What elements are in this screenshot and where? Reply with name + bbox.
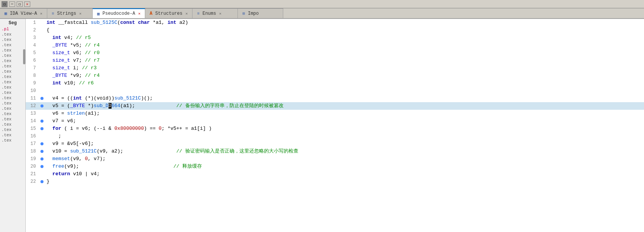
line-number-21: 21 bbox=[26, 170, 39, 178]
tab-enums-close[interactable]: ✕ bbox=[217, 11, 223, 16]
code-text-16: ; bbox=[45, 132, 644, 140]
sidebar-item-16[interactable]: .tex bbox=[0, 111, 25, 117]
bullet-13 bbox=[39, 110, 45, 117]
code-line-22: 22 } bbox=[26, 178, 644, 185]
tab-imports[interactable]: ⊞ Impo bbox=[238, 8, 283, 18]
sidebar-item-5[interactable]: .tex bbox=[0, 53, 25, 58]
sidebar-item-21[interactable]: .tex bbox=[0, 138, 25, 143]
code-line-1: 1 int __fastcall sub_5125C(const char *a… bbox=[26, 19, 644, 26]
sidebar-item-4[interactable]: .tex bbox=[0, 48, 25, 53]
code-line-19: 19 memset(v9, 0, v7); bbox=[26, 155, 644, 163]
code-text-1: int __fastcall sub_5125C(const char *a1,… bbox=[45, 19, 644, 26]
code-text-9: int v10; // r6 bbox=[45, 79, 644, 87]
tab-strings-label: Strings bbox=[57, 11, 76, 16]
code-text-20: free(v9); // 释放缓存 bbox=[45, 163, 644, 170]
sidebar-item-14[interactable]: .tex bbox=[0, 101, 25, 106]
code-line-8: 8 _BYTE *v9; // r4 bbox=[26, 72, 644, 79]
minimize-button[interactable]: — bbox=[9, 2, 15, 7]
sidebar-item-19[interactable]: .tex bbox=[0, 127, 25, 132]
bullet-19 bbox=[39, 155, 45, 163]
line-number-2: 2 bbox=[26, 26, 39, 34]
bullet-14 bbox=[39, 117, 45, 125]
bullet-5 bbox=[39, 49, 45, 57]
code-line-4: 4 _BYTE *v5; // r4 bbox=[26, 42, 644, 49]
sidebar-item-7[interactable]: .tex bbox=[0, 64, 25, 69]
tab-strings[interactable]: ≡ Strings ✕ bbox=[47, 8, 93, 18]
code-line-20: 20 free(v9); // 释放缓存 bbox=[26, 163, 644, 170]
sidebar-scrollbar[interactable] bbox=[23, 49, 25, 64]
bullet-20 bbox=[39, 163, 45, 170]
code-line-9: 9 int v10; // r6 bbox=[26, 79, 644, 87]
tab-structures-close[interactable]: ✕ bbox=[184, 11, 189, 16]
code-text-18: v10 = sub_5121C(v9, a2); // 验证密码输入是否正确，这… bbox=[45, 148, 644, 155]
tab-imports-label: Impo bbox=[248, 11, 259, 16]
sidebar-item-12[interactable]: .tex bbox=[0, 90, 25, 95]
tab-ida-view-label: IDA View-A bbox=[10, 11, 37, 16]
tab-structures-label: Structures bbox=[155, 11, 182, 16]
code-area[interactable]: 1 int __fastcall sub_5125C(const char *a… bbox=[26, 19, 644, 232]
sidebar-item-15[interactable]: .tex bbox=[0, 106, 25, 111]
bullet-18 bbox=[39, 148, 45, 155]
line-number-16: 16 bbox=[26, 132, 39, 140]
title-bar: ◻ — ◻ ✕ bbox=[0, 0, 644, 8]
code-text-21: return v10 | v4; bbox=[45, 170, 644, 178]
tab-ida-view[interactable]: ▦ IDA View-A ✕ bbox=[0, 8, 47, 18]
bullet-15 bbox=[39, 125, 45, 132]
bullet-21 bbox=[39, 170, 45, 178]
code-text-7: size_t i; // r3 bbox=[45, 64, 644, 72]
tab-structures[interactable]: A Structures ✕ bbox=[145, 8, 192, 18]
sidebar-item-17[interactable]: .tex bbox=[0, 117, 25, 122]
main-area: Seg .pl .tex .tex .tex .tex .tex .tex .t… bbox=[0, 19, 644, 232]
sidebar-item-pl[interactable]: .pl bbox=[0, 26, 25, 32]
bullet-22 bbox=[39, 178, 45, 185]
line-number-5: 5 bbox=[26, 49, 39, 57]
close-button[interactable]: ✕ bbox=[24, 2, 30, 7]
bullet-7 bbox=[39, 64, 45, 72]
sidebar-item-11[interactable]: .tex bbox=[0, 85, 25, 90]
maximize-button[interactable]: ◻ bbox=[17, 2, 23, 7]
code-line-15: 15 for ( i = v6; (--i & 0x80000000) == 0… bbox=[26, 125, 644, 132]
line-number-17: 17 bbox=[26, 140, 39, 148]
code-text-4: _BYTE *v5; // r4 bbox=[45, 42, 644, 49]
tab-pseudocode[interactable]: ▦ Pseudocode-A ✕ bbox=[93, 8, 145, 18]
sidebar-item-20[interactable]: .tex bbox=[0, 132, 25, 138]
app-icon: ◻ bbox=[2, 1, 8, 7]
line-number-10: 10 bbox=[26, 87, 39, 95]
sidebar-item-3[interactable]: .tex bbox=[0, 42, 25, 48]
sidebar-item-8[interactable]: .tex bbox=[0, 69, 25, 74]
tab-enums[interactable]: ≡ Enums ✕ bbox=[192, 8, 238, 18]
tab-pseudocode-label: Pseudocode-A bbox=[102, 11, 135, 16]
code-line-18: 18 v10 = sub_5121C(v9, a2); // 验证密码输入是否正… bbox=[26, 148, 644, 155]
line-number-7: 7 bbox=[26, 64, 39, 72]
code-text-15: for ( i = v6; (--i & 0x80000000) == 0; *… bbox=[45, 125, 644, 132]
sidebar-item-6[interactable]: .tex bbox=[0, 58, 25, 64]
sidebar-item-13[interactable]: .tex bbox=[0, 95, 25, 101]
code-line-10: 10 bbox=[26, 87, 644, 95]
bullet-10 bbox=[39, 87, 45, 95]
tab-ida-view-close[interactable]: ✕ bbox=[39, 11, 44, 16]
tab-pseudocode-close[interactable]: ✕ bbox=[137, 11, 142, 16]
line-number-8: 8 bbox=[26, 72, 39, 79]
code-line-11: 11 v4 = ((int (*)(void))sub_5121C)(); bbox=[26, 95, 644, 102]
tab-strings-icon: ≡ bbox=[50, 11, 56, 16]
code-line-17: 17 v9 = &v5[-v6]; bbox=[26, 140, 644, 148]
code-text-17: v9 = &v5[-v6]; bbox=[45, 140, 644, 148]
line-number-12: 12 bbox=[26, 102, 39, 110]
line-number-22: 22 bbox=[26, 178, 39, 185]
sidebar-item-2[interactable]: .tex bbox=[0, 37, 25, 42]
sidebar-item-18[interactable]: .tex bbox=[0, 122, 25, 127]
line-number-6: 6 bbox=[26, 57, 39, 64]
sidebar-item-9[interactable]: .tex bbox=[0, 74, 25, 79]
line-number-14: 14 bbox=[26, 117, 39, 125]
sidebar-item-10[interactable]: .tex bbox=[0, 79, 25, 85]
sidebar-header: Seg bbox=[0, 20, 25, 26]
bullet-4 bbox=[39, 42, 45, 49]
line-number-19: 19 bbox=[26, 155, 39, 163]
code-line-21: 21 return v10 | v4; bbox=[26, 170, 644, 178]
sidebar-item-1[interactable]: .tex bbox=[0, 32, 25, 37]
code-line-2: 2 { bbox=[26, 26, 644, 34]
code-line-3: 3 int v4; // r5 bbox=[26, 34, 644, 42]
bullet-11 bbox=[39, 95, 45, 102]
code-line-12: 12 v5 = (_BYTE *)sub_DD664(a1); // 备份输入的… bbox=[26, 102, 644, 110]
tab-strings-close[interactable]: ✕ bbox=[78, 11, 83, 16]
